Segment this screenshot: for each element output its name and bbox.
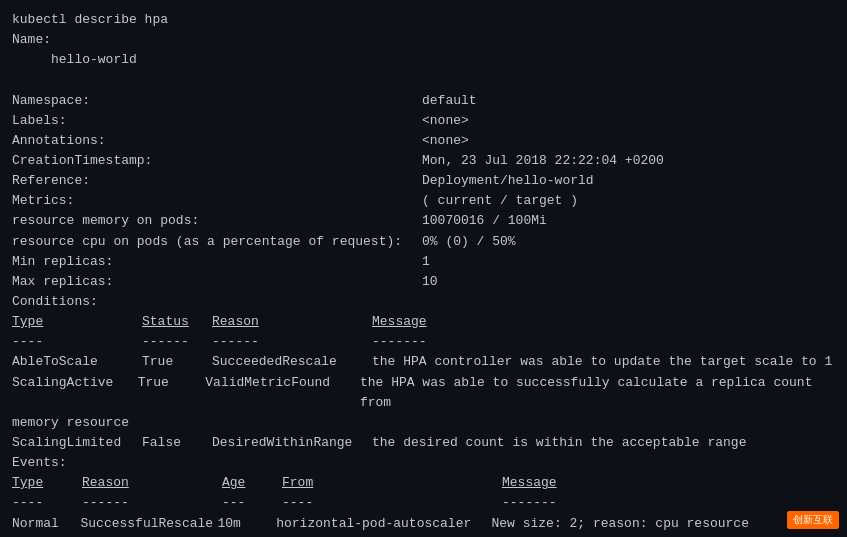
command-line: kubectl describe hpa	[12, 10, 835, 30]
command-text: kubectl describe hpa	[12, 10, 168, 30]
events-label: Events:	[12, 453, 835, 473]
cond-able-reason: SucceededRescale	[212, 352, 372, 372]
evt-from-header: From	[282, 473, 502, 493]
conditions-row-scalinglimited: ScalingLimited False DesiredWithinRange …	[12, 433, 835, 453]
creation-key: CreationTimestamp:	[12, 151, 422, 171]
metrics-val: ( current / target )	[422, 191, 578, 211]
evt1-from: horizontal-pod-autoscaler	[276, 514, 491, 537]
labels-key: Labels:	[12, 111, 422, 131]
conditions-row-scalingactive-cont: memory resource	[12, 413, 835, 433]
evt-age-header: Age	[222, 473, 282, 493]
annotations-line: Annotations: <none>	[12, 131, 835, 151]
max-replicas-line: Max replicas: 10	[12, 272, 835, 292]
annotations-key: Annotations:	[12, 131, 422, 151]
max-replicas-val: 10	[422, 272, 438, 292]
reference-val: Deployment/hello-world	[422, 171, 594, 191]
namespace-key: Namespace:	[12, 91, 422, 111]
cpu-key: resource cpu on pods (as a percentage of…	[12, 232, 422, 252]
cond-status-header: Status	[142, 312, 212, 332]
cond-scalact-reason: ValidMetricFound	[205, 373, 360, 413]
evt-from-div: ----	[282, 493, 502, 513]
namespace-val: default	[422, 91, 477, 111]
evt1-age: 10m	[218, 514, 277, 537]
cond-type-header: Type	[12, 312, 142, 332]
events-header-row: Type Reason Age From Message	[12, 473, 835, 493]
cond-type-div: ----	[12, 332, 142, 352]
evt-message-header: Message	[502, 473, 557, 493]
max-replicas-key: Max replicas:	[12, 272, 422, 292]
cond-scalact-status: True	[138, 373, 206, 413]
labels-val: <none>	[422, 111, 469, 131]
creation-line: CreationTimestamp: Mon, 23 Jul 2018 22:2…	[12, 151, 835, 171]
evt-reason-header: Reason	[82, 473, 222, 493]
name-line: Name: hello-world	[12, 30, 835, 90]
cond-status-div: ------	[142, 332, 212, 352]
cond-able-message: the HPA controller was able to update th…	[372, 352, 832, 372]
evt-reason-div: ------	[82, 493, 222, 513]
reference-line: Reference: Deployment/hello-world	[12, 171, 835, 191]
evt-age-div: ---	[222, 493, 282, 513]
conditions-header-row: Type Status Reason Message	[12, 312, 835, 332]
watermark-text: 创新互联	[793, 514, 833, 525]
evt1-reason: SuccessfulRescale	[81, 514, 218, 537]
metrics-key: Metrics:	[12, 191, 422, 211]
cond-scalact-type: ScalingActive	[12, 373, 138, 413]
conditions-divider-row: ---- ------ ------ -------	[12, 332, 835, 352]
cond-scallim-reason: DesiredWithinRange	[212, 433, 372, 453]
creation-val: Mon, 23 Jul 2018 22:22:04 +0200	[422, 151, 664, 171]
watermark: 创新互联	[787, 511, 839, 529]
evt-type-header: Type	[12, 473, 82, 493]
reference-key: Reference:	[12, 171, 422, 191]
namespace-line: Namespace: default	[12, 91, 835, 111]
min-replicas-key: Min replicas:	[12, 252, 422, 272]
metrics-header-line: Metrics: ( current / target )	[12, 191, 835, 211]
cond-reason-header: Reason	[212, 312, 372, 332]
conditions-row-scalingactive: ScalingActive True ValidMetricFound the …	[12, 373, 835, 413]
evt-type-div: ----	[12, 493, 82, 513]
min-replicas-line: Min replicas: 1	[12, 252, 835, 272]
cpu-val: 0% (0) / 50%	[422, 232, 516, 252]
cond-reason-div: ------	[212, 332, 372, 352]
cond-message-div: -------	[372, 332, 427, 352]
events-row-1: Normal SuccessfulRescale 10m horizontal-…	[12, 514, 835, 537]
cond-message-header: Message	[372, 312, 427, 332]
cond-scalact-message: the HPA was able to successfully calcula…	[360, 373, 835, 413]
evt1-message: New size: 2; reason: cpu resource utiliz…	[492, 514, 836, 537]
annotations-val: <none>	[422, 131, 469, 151]
memory-line: resource memory on pods: 10070016 / 100M…	[12, 211, 835, 231]
events-divider-row: ---- ------ --- ---- -------	[12, 493, 835, 513]
cond-scallim-message: the desired count is within the acceptab…	[372, 433, 746, 453]
cond-scallim-status: False	[142, 433, 212, 453]
conditions-label: Conditions:	[12, 292, 835, 312]
evt-message-div: -------	[502, 493, 557, 513]
cond-scallim-type: ScalingLimited	[12, 433, 142, 453]
cond-able-status: True	[142, 352, 212, 372]
evt1-type: Normal	[12, 514, 81, 537]
labels-line: Labels: <none>	[12, 111, 835, 131]
terminal-window: kubectl describe hpa Name: hello-world N…	[0, 0, 847, 537]
cpu-line: resource cpu on pods (as a percentage of…	[12, 232, 835, 252]
memory-val: 10070016 / 100Mi	[422, 211, 547, 231]
min-replicas-val: 1	[422, 252, 430, 272]
memory-key: resource memory on pods:	[12, 211, 422, 231]
cond-able-type: AbleToScale	[12, 352, 142, 372]
conditions-row-ablescale: AbleToScale True SucceededRescale the HP…	[12, 352, 835, 372]
